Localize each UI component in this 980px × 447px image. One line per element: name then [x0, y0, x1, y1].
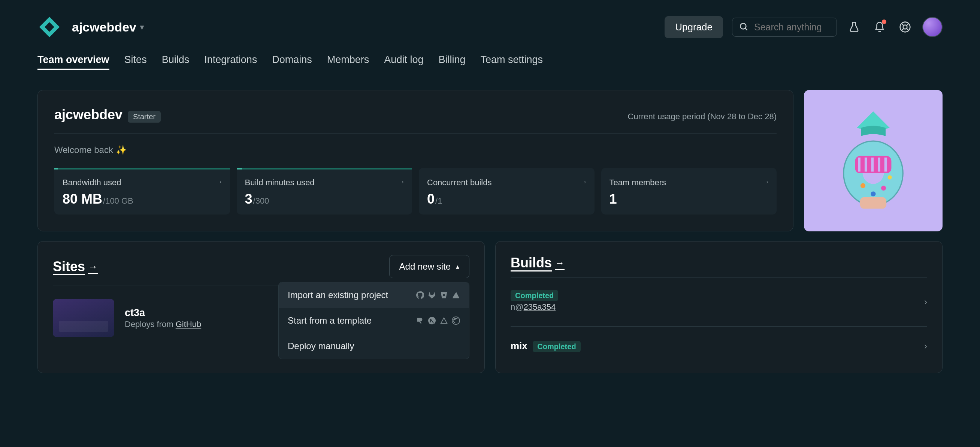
- upgrade-button[interactable]: Upgrade: [665, 16, 723, 38]
- usage-period: Current usage period (Nov 28 to Dec 28): [628, 112, 776, 121]
- site-thumbnail: [53, 299, 114, 337]
- build-item[interactable]: mix Completed ›: [511, 333, 927, 359]
- dropdown-start-template[interactable]: Start from a template: [279, 308, 469, 334]
- arrow-right-icon: →: [88, 261, 98, 273]
- gatsby-icon: [452, 316, 460, 325]
- svg-line-7: [902, 29, 904, 30]
- stat-team-members[interactable]: Team members → 1: [601, 168, 777, 214]
- commit-hash-link[interactable]: 235a354: [524, 302, 556, 311]
- chevron-right-icon: ›: [924, 297, 927, 307]
- tab-builds[interactable]: Builds: [162, 54, 189, 70]
- dropdown-import-project[interactable]: Import an existing project: [279, 283, 469, 308]
- svg-line-1: [745, 28, 747, 30]
- overview-card: ajcwebdev Starter Current usage period (…: [37, 90, 794, 231]
- stat-value: 0: [427, 191, 434, 207]
- welcome-text: Welcome back ✨: [54, 145, 776, 155]
- tab-sites[interactable]: Sites: [124, 54, 147, 70]
- site-deploys-from: Deploys from GitHub: [125, 319, 201, 329]
- chevron-down-icon: ▾: [140, 22, 144, 32]
- dropdown-item-label: Start from a template: [288, 315, 372, 326]
- labs-icon[interactable]: [846, 19, 862, 35]
- build-item[interactable]: Completed n@235a354 ›: [511, 284, 927, 319]
- svg-line-6: [907, 24, 908, 26]
- github-link[interactable]: GitHub: [176, 319, 201, 329]
- dropdown-deploy-manually[interactable]: Deploy manually: [279, 334, 469, 359]
- search-input[interactable]: [754, 22, 830, 33]
- tab-billing[interactable]: Billing: [438, 54, 465, 70]
- stat-label: Build minutes used: [245, 178, 404, 187]
- azure-icon: [452, 291, 460, 299]
- panel-title-label: Sites: [53, 259, 85, 275]
- stat-sub: /300: [253, 196, 269, 206]
- stat-value: 80 MB: [62, 191, 102, 207]
- stat-label: Concurrent builds: [427, 178, 586, 187]
- remix-icon: [416, 316, 424, 325]
- svg-point-4: [903, 25, 907, 29]
- build-name: mix: [511, 340, 527, 351]
- nuxt-icon: [440, 316, 448, 325]
- svg-point-0: [740, 23, 746, 29]
- arrow-right-icon: →: [215, 177, 223, 187]
- site-name: ct3a: [125, 307, 201, 319]
- panel-title-label: Builds: [511, 255, 552, 271]
- sites-panel: Sites → Add new site ▴ Import an existin…: [37, 241, 485, 373]
- dropdown-item-label: Import an existing project: [288, 290, 388, 300]
- stat-build-minutes[interactable]: Build minutes used → 3 /300: [237, 168, 412, 214]
- mascot-image: [804, 90, 943, 231]
- stat-value: 3: [245, 191, 253, 207]
- add-new-site-button[interactable]: Add new site ▴: [389, 255, 469, 278]
- stat-bandwidth[interactable]: Bandwidth used → 80 MB /100 GB: [54, 168, 230, 214]
- tab-team-settings[interactable]: Team settings: [480, 54, 543, 70]
- stat-value: 1: [609, 191, 617, 207]
- sites-title-link[interactable]: Sites →: [53, 259, 98, 275]
- svg-point-18: [861, 183, 865, 188]
- tab-team-overview[interactable]: Team overview: [37, 54, 110, 70]
- plan-badge: Starter: [128, 111, 161, 123]
- stat-concurrent-builds[interactable]: Concurrent builds → 0 /1: [419, 168, 595, 214]
- builds-panel: Builds → Completed n@235a354 › mix Compl: [495, 241, 943, 373]
- team-picker[interactable]: ajcwebdev ▾: [72, 20, 144, 35]
- gitlab-icon: [428, 291, 436, 299]
- search-input-wrap[interactable]: [732, 18, 837, 37]
- avatar[interactable]: [922, 17, 943, 37]
- nextjs-icon: [428, 316, 436, 325]
- builds-title-link[interactable]: Builds →: [511, 255, 565, 271]
- add-site-dropdown: Import an existing project Start from a …: [278, 282, 469, 359]
- svg-point-19: [881, 186, 886, 190]
- stat-sub: /100 GB: [103, 196, 134, 206]
- status-badge: Completed: [533, 341, 580, 352]
- arrow-right-icon: →: [579, 177, 588, 187]
- stat-sub: /1: [435, 196, 442, 206]
- tab-domains[interactable]: Domains: [272, 54, 312, 70]
- stat-label: Team members: [609, 178, 769, 187]
- team-name: ajcwebdev: [54, 107, 123, 123]
- bitbucket-icon: [440, 291, 448, 299]
- header: ajcwebdev ▾ Upgrade: [37, 0, 943, 50]
- tab-integrations[interactable]: Integrations: [204, 54, 257, 70]
- tab-members[interactable]: Members: [327, 54, 369, 70]
- stat-label: Bandwidth used: [62, 178, 222, 187]
- logo-icon: [37, 15, 61, 39]
- search-icon: [739, 22, 749, 32]
- status-badge: Completed: [511, 290, 558, 301]
- svg-line-8: [907, 29, 908, 30]
- build-branch-prefix: n@: [511, 302, 524, 311]
- tab-audit-log[interactable]: Audit log: [384, 54, 423, 70]
- nav-tabs: Team overview Sites Builds Integrations …: [37, 50, 943, 77]
- arrow-right-icon: →: [397, 177, 405, 187]
- svg-point-21: [888, 175, 892, 179]
- notifications-icon[interactable]: [871, 19, 888, 35]
- svg-line-5: [902, 24, 904, 26]
- dropdown-item-label: Deploy manually: [288, 341, 354, 351]
- arrow-right-icon: →: [555, 257, 565, 269]
- add-new-site-label: Add new site: [399, 261, 451, 272]
- chevron-up-icon: ▴: [456, 262, 459, 271]
- github-icon: [416, 291, 424, 299]
- svg-rect-22: [860, 197, 886, 209]
- arrow-right-icon: →: [762, 177, 770, 187]
- team-picker-name: ajcwebdev: [72, 20, 136, 35]
- notification-dot-icon: [882, 19, 886, 24]
- help-icon[interactable]: [897, 19, 913, 35]
- chevron-right-icon: ›: [924, 341, 927, 351]
- svg-point-20: [870, 191, 875, 196]
